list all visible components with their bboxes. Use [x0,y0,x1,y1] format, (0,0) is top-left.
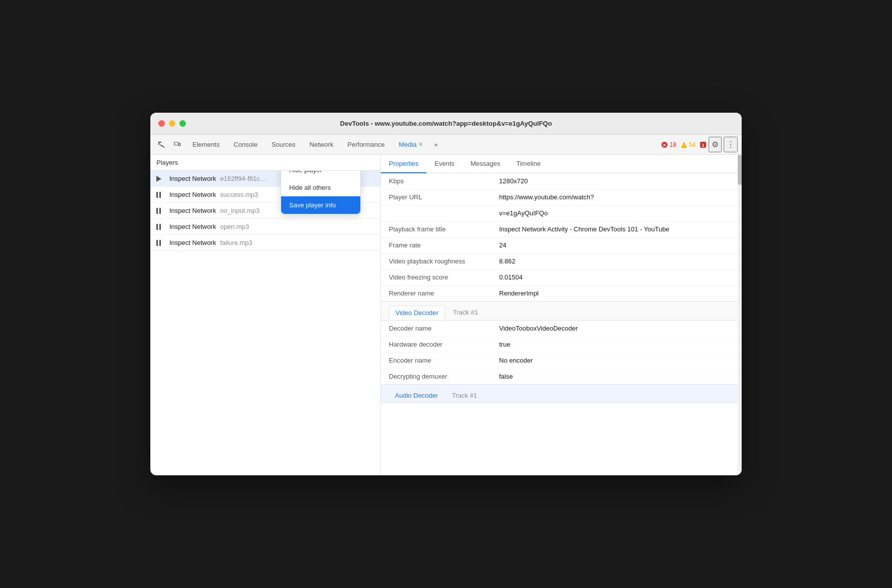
pause-icon [156,224,165,230]
pause-bars [156,208,161,214]
minimize-button[interactable] [169,120,175,127]
prop-value: No encoder [499,357,533,364]
prop-label: Decoder name [389,325,499,332]
svg-rect-3 [160,142,161,143]
players-sidebar: Players Inspect Network e162ff94-f81c… H… [150,155,381,475]
prop-label: Encoder name [389,357,499,364]
warning-icon: ! [681,141,688,148]
content-tabs: Properties Events Messages Timeline [381,155,742,173]
player-id: no_input.mp3 [220,207,260,214]
player-name: Inspect Network [169,239,216,246]
context-menu: Hide player Hide all others Save player … [281,171,361,214]
pause-icon [156,192,165,198]
tab-events[interactable]: Events [426,155,463,173]
prop-value: Inspect Network Activity - Chrome DevToo… [499,225,670,233]
titlebar: DevTools - www.youtube.com/watch?app=des… [150,113,742,135]
hide-all-others-item[interactable]: Hide all others [281,179,360,196]
error-badge[interactable]: ✕ 18 [661,141,676,148]
svg-text:1: 1 [702,142,704,147]
tab-media[interactable]: Media ✕ [393,138,429,151]
audio-sub-tabs: Audio Decoder Track #1 [381,385,742,403]
sub-tab-video-decoder[interactable]: Video Decoder [389,306,445,320]
player-id: failure.mp3 [220,239,252,246]
sub-tab-track1[interactable]: Track #1 [447,306,484,320]
error-icon: ✕ [661,141,668,148]
prop-row: Decrypting demuxer false [381,369,742,384]
player-row[interactable]: Inspect Network open.mp3 [150,219,380,235]
prop-row: v=e1gAyQuIFQo [381,205,742,221]
player-name: Inspect Network [169,223,216,230]
prop-label: Frame rate [389,241,499,249]
svg-rect-6 [179,143,180,146]
prop-row: Decoder name VideoTooboxVideoDecoder [381,321,742,337]
prop-value: false [499,373,513,380]
tab-timeline[interactable]: Timeline [508,155,549,173]
player-id: e162ff94-f81c… [220,175,266,182]
hide-player-item[interactable]: Hide player [281,171,360,179]
info-badge[interactable]: 1 [700,141,707,148]
scrollbar-track[interactable] [738,155,742,475]
player-row[interactable]: Inspect Network failure.mp3 [150,235,380,251]
prop-row: Playback frame title Inspect Network Act… [381,221,742,237]
prop-label: Hardware decoder [389,341,499,348]
prop-row: Video freezing score 0.01504 [381,269,742,285]
toolbar-badges: ✕ 18 ! 54 1 [661,141,707,148]
svg-rect-0 [158,142,159,143]
prop-label: Playback frame title [389,225,499,233]
sub-tab-audio-track1[interactable]: Track #1 [446,389,483,402]
prop-value: true [499,341,510,348]
prop-value: 1280x720 [499,177,528,185]
prop-row: Renderer name RendererImpl [381,285,742,301]
player-id: success.mp3 [220,191,258,198]
prop-label [389,209,499,217]
window-title: DevTools - www.youtube.com/watch?app=des… [340,120,552,127]
scrollbar-thumb[interactable] [738,155,742,185]
warning-badge[interactable]: ! 54 [681,141,696,148]
pause-bars [156,192,161,198]
tab-network[interactable]: Network [304,138,340,151]
prop-value: VideoTooboxVideoDecoder [499,325,578,332]
player-id: open.mp3 [220,223,249,230]
prop-label: Video playback roughness [389,257,499,265]
prop-label: Player URL [389,193,499,201]
prop-value: 0.01504 [499,273,523,281]
tab-console[interactable]: Console [228,138,264,151]
tab-sources[interactable]: Sources [266,138,302,151]
toolbar: Elements Console Sources Network Perform… [150,135,742,155]
devtools-window: DevTools - www.youtube.com/watch?app=des… [150,113,742,475]
prop-value: RendererImpl [499,289,539,297]
tab-properties[interactable]: Properties [381,155,426,173]
main-area: Players Inspect Network e162ff94-f81c… H… [150,155,742,475]
prop-row: Frame rate 24 [381,237,742,253]
settings-button[interactable]: ⚙ [709,137,722,152]
pause-bars [156,224,161,230]
more-options-button[interactable]: ⋮ [724,137,738,152]
tab-messages[interactable]: Messages [463,155,508,173]
prop-label: Decrypting demuxer [389,373,499,380]
inspect-element-button[interactable] [154,139,168,151]
tab-elements[interactable]: Elements [186,138,226,151]
sub-tab-audio-decoder[interactable]: Audio Decoder [389,389,444,402]
decoder-properties: Decoder name VideoTooboxVideoDecoder Har… [381,321,742,385]
device-toggle-button[interactable] [170,139,184,151]
media-tab-close[interactable]: ✕ [418,141,423,148]
close-button[interactable] [158,120,165,127]
prop-row: Kbps 1280x720 [381,173,742,189]
svg-text:!: ! [683,143,685,148]
pause-icon [156,208,165,214]
prop-label: Renderer name [389,289,499,297]
svg-rect-1 [159,142,160,143]
more-tabs-button[interactable]: » [431,139,440,150]
player-list: Inspect Network e162ff94-f81c… Hide play… [150,171,380,475]
prop-row: Hardware decoder true [381,337,742,353]
info-icon: 1 [700,141,707,148]
player-name: Inspect Network [169,191,216,198]
players-header: Players [150,155,380,171]
svg-rect-4 [158,144,159,145]
save-player-info-item[interactable]: Save player info [281,196,360,214]
tab-performance[interactable]: Performance [341,138,390,151]
player-row[interactable]: Inspect Network e162ff94-f81c… Hide play… [150,171,380,187]
prop-value: https://www.youtube.com/watch? [499,193,594,201]
pause-icon [156,240,165,246]
maximize-button[interactable] [179,120,186,127]
